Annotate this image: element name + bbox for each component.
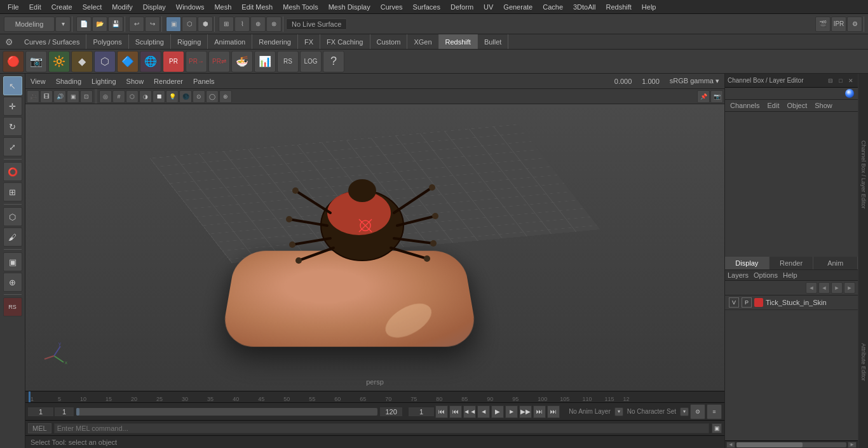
- back-btn[interactable]: ◄: [477, 405, 490, 418]
- menu-edit[interactable]: Edit: [24, 2, 46, 12]
- shelf-icon-6[interactable]: 🔷: [117, 51, 139, 72]
- menu-mesh[interactable]: Mesh: [209, 2, 236, 12]
- step-fwd-btn[interactable]: ⏭: [533, 405, 546, 418]
- lasso-tool[interactable]: ⬡: [3, 207, 22, 226]
- undo-btn[interactable]: ↩: [129, 17, 144, 32]
- snap-grid-btn[interactable]: ⊞: [219, 17, 234, 32]
- shelf-icon-rs-2[interactable]: PR→: [186, 51, 207, 72]
- range-end-input[interactable]: [380, 407, 402, 416]
- shelf-icon-3[interactable]: 🔆: [48, 51, 70, 72]
- redo-btn[interactable]: ↪: [145, 17, 160, 32]
- snap-point-btn[interactable]: ⊕: [250, 17, 266, 32]
- scroll-track[interactable]: [736, 442, 846, 447]
- menu-windows[interactable]: Windows: [171, 2, 210, 12]
- menu-create[interactable]: Create: [46, 2, 78, 12]
- paint-tool[interactable]: 🖌: [3, 227, 22, 247]
- options-menu-label[interactable]: Options: [754, 271, 778, 279]
- timeline-ruler[interactable]: 1 5 10 15 20 25 30 35 40 45 50 55 60 65: [25, 391, 724, 402]
- panel-close-btn[interactable]: ✕: [846, 76, 855, 85]
- vp-bookmark-btn[interactable]: 📌: [697, 90, 710, 103]
- transform-tool[interactable]: ⊞: [3, 182, 22, 201]
- menu-3dtoall[interactable]: 3DtoAll: [568, 2, 600, 12]
- mel-enter-btn[interactable]: ▣: [712, 423, 722, 433]
- tab-display[interactable]: Display: [725, 257, 770, 269]
- vp-sel-mask2[interactable]: ⊡: [80, 90, 93, 103]
- scroll-left-btn[interactable]: ◄: [726, 442, 735, 448]
- soft-select-btn[interactable]: ⭕: [3, 162, 22, 181]
- vp-textured-btn[interactable]: 🔲: [153, 90, 165, 103]
- shelf-tab-fxcaching[interactable]: FX Caching: [320, 34, 370, 49]
- menu-uv[interactable]: UV: [478, 2, 498, 12]
- shelf-icon-7[interactable]: 🌐: [140, 51, 161, 72]
- shelf-icon-rs-3[interactable]: PR⇌: [208, 51, 230, 72]
- playback-current-frame[interactable]: [409, 407, 434, 416]
- shelf-icon-rs-6[interactable]: RS: [277, 51, 299, 72]
- shelf-icon-rs-4[interactable]: 🍜: [231, 51, 253, 72]
- tab-anim[interactable]: Anim: [813, 257, 858, 269]
- paint-sel-btn[interactable]: ⬢: [198, 17, 213, 32]
- shelf-tab-redshift[interactable]: Redshift: [439, 34, 478, 49]
- menu-mesh-tools[interactable]: Mesh Tools: [278, 2, 323, 12]
- viewport-menu-panels[interactable]: Panels: [191, 78, 217, 85]
- scale-tool[interactable]: ⤢: [3, 137, 22, 156]
- workspace-dropdown[interactable]: Modeling: [4, 17, 55, 32]
- workspace-arrow[interactable]: ▾: [55, 17, 71, 32]
- layer-color-swatch[interactable]: [754, 298, 763, 307]
- shelf-icon-rs-1[interactable]: PR: [163, 51, 184, 72]
- vp-sel-mask[interactable]: ▣: [67, 90, 79, 103]
- jump-end-btn[interactable]: ⏭: [547, 405, 560, 418]
- 3d-viewport[interactable]: persp x y: [25, 104, 724, 391]
- current-frame-input[interactable]: 1: [28, 407, 53, 416]
- next-frame-btn[interactable]: ▶▶: [519, 405, 532, 418]
- shelf-tab-xgen[interactable]: XGen: [407, 34, 438, 49]
- mel-input[interactable]: [54, 423, 709, 433]
- subtab-channels[interactable]: Channels: [728, 101, 762, 110]
- layer-prev2-btn[interactable]: ◄: [818, 282, 830, 294]
- snap-curve-btn[interactable]: ⌇: [234, 17, 250, 32]
- select-tool-btn[interactable]: ▣: [166, 17, 181, 32]
- vp-lighting-btn[interactable]: 💡: [166, 90, 179, 103]
- vp-wireframe-btn[interactable]: ⬡: [126, 90, 139, 103]
- render-settings-btn[interactable]: ⚙: [847, 17, 862, 32]
- play-btn[interactable]: ▶: [491, 405, 504, 418]
- viewport-menu-show[interactable]: Show: [124, 78, 147, 85]
- range-start-input[interactable]: [55, 407, 74, 416]
- move-tool[interactable]: ✛: [3, 97, 22, 116]
- shelf-tab-rendering[interactable]: Rendering: [252, 34, 298, 49]
- menu-help[interactable]: Help: [637, 2, 661, 12]
- layer-next-btn[interactable]: ►: [831, 282, 843, 294]
- vp-dof-btn[interactable]: ◯: [206, 90, 219, 103]
- subtab-edit[interactable]: Edit: [764, 101, 782, 110]
- rs-tool-1[interactable]: RS: [3, 297, 22, 316]
- color-space-dropdown[interactable]: sRGB gamma ▾: [667, 77, 722, 85]
- subtab-object[interactable]: Object: [784, 101, 810, 110]
- help-menu-label[interactable]: Help: [783, 271, 797, 279]
- menu-cache[interactable]: Cache: [538, 2, 568, 12]
- tab-render[interactable]: Render: [770, 257, 814, 269]
- vp-camera-btn[interactable]: 🎥: [27, 90, 39, 103]
- layer-add-btn[interactable]: ►: [844, 282, 855, 294]
- menu-generate[interactable]: Generate: [498, 2, 538, 12]
- shelf-icon-help[interactable]: ?: [323, 51, 344, 72]
- shelf-icon-5[interactable]: ⬡: [94, 51, 116, 72]
- step-back-btn[interactable]: ⏮: [449, 405, 462, 418]
- lasso-tool-btn[interactable]: ⬡: [182, 17, 197, 32]
- layer-playback-btn[interactable]: P: [742, 297, 752, 308]
- vp-aa-btn[interactable]: ⊛: [219, 90, 232, 103]
- shelf-tab-fx[interactable]: FX: [298, 34, 320, 49]
- anim-layer-btn[interactable]: ▾: [614, 407, 623, 416]
- shelf-icon-1[interactable]: 🔴: [3, 51, 24, 72]
- menu-mesh-display[interactable]: Mesh Display: [323, 2, 376, 12]
- rotate-tool[interactable]: ↻: [3, 117, 22, 136]
- viewport-menu-view[interactable]: View: [28, 78, 48, 85]
- ipr-btn[interactable]: IPR: [831, 17, 846, 32]
- shelf-tab-curves[interactable]: Curves / Surfaces: [18, 34, 86, 49]
- vp-film-btn[interactable]: 🎞: [40, 90, 53, 103]
- menu-deform[interactable]: Deform: [445, 2, 478, 12]
- viewport-menu-lighting[interactable]: Lighting: [89, 78, 119, 85]
- vp-audio-btn[interactable]: 🔊: [53, 90, 66, 103]
- menu-select[interactable]: Select: [78, 2, 107, 12]
- menu-file[interactable]: File: [3, 2, 24, 12]
- vp-grid-btn[interactable]: #: [112, 90, 125, 103]
- render-btn[interactable]: 🎬: [815, 17, 831, 32]
